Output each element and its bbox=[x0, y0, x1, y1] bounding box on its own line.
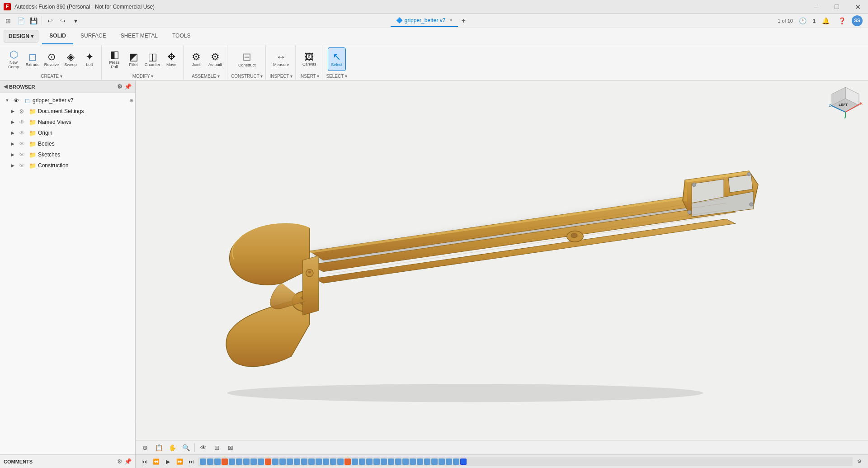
browser-item-sketches[interactable]: ▶ 👁 📁 Sketches bbox=[0, 149, 135, 160]
timeline-item[interactable] bbox=[388, 459, 394, 465]
undo-button[interactable]: ↩ bbox=[44, 14, 57, 27]
browser-item-construction[interactable]: ▶ 👁 📁 Construction bbox=[0, 160, 135, 171]
select-button[interactable]: ↖ Select bbox=[328, 47, 346, 71]
comments-settings-icon[interactable]: ⚙ bbox=[117, 458, 123, 465]
tab-tools[interactable]: TOOLS bbox=[165, 28, 198, 44]
timeline-item[interactable] bbox=[453, 459, 459, 465]
as-built-joint-button[interactable]: ⚙ As-built bbox=[206, 47, 224, 71]
tab-sheet-metal[interactable]: SHEET METAL bbox=[113, 28, 165, 44]
timeline-item[interactable] bbox=[410, 459, 416, 465]
redo-button[interactable]: ↪ bbox=[57, 14, 69, 27]
root-item-action-icon[interactable]: ⊕ bbox=[129, 98, 133, 104]
timeline-item[interactable] bbox=[402, 459, 409, 465]
origin-expand-btn[interactable]: ▶ bbox=[9, 129, 16, 137]
grid-settings-button[interactable]: ⊞ bbox=[211, 442, 223, 454]
timeline-item[interactable] bbox=[200, 459, 206, 465]
timeline-to-start-button[interactable]: ⏮ bbox=[139, 457, 149, 467]
help-button[interactable]: ❓ bbox=[835, 14, 848, 27]
inspect-group-label[interactable]: INSPECT ▾ bbox=[269, 74, 292, 80]
offset-plane-button[interactable]: ⊟ Construct bbox=[238, 47, 256, 71]
timeline-item[interactable] bbox=[236, 459, 242, 465]
timeline-item[interactable] bbox=[207, 459, 213, 465]
timeline-prev-button[interactable]: ⏪ bbox=[151, 457, 161, 467]
browser-item-origin[interactable]: ▶ 👁 📁 Origin bbox=[0, 128, 135, 138]
timeline-item[interactable] bbox=[265, 459, 271, 465]
press-pull-button[interactable]: ◧ Press Pull bbox=[105, 47, 123, 71]
timeline-item[interactable] bbox=[316, 459, 322, 465]
construction-expand-btn[interactable]: ▶ bbox=[9, 162, 16, 169]
origin-visibility-icon[interactable]: 👁 bbox=[18, 129, 26, 137]
close-button[interactable]: ✕ bbox=[847, 0, 868, 14]
maximize-button[interactable]: □ bbox=[826, 0, 847, 14]
look-at-button[interactable]: 📋 bbox=[153, 442, 165, 454]
timeline-item[interactable] bbox=[431, 459, 438, 465]
timeline-item[interactable] bbox=[222, 459, 228, 465]
chamfer-button[interactable]: ◫ Chamfer bbox=[143, 47, 161, 71]
browser-root-item[interactable]: ▼ 👁 ◻ gripper_better v7 ⊕ bbox=[0, 95, 135, 106]
bodies-expand-btn[interactable]: ▶ bbox=[9, 140, 16, 147]
timeline-item[interactable] bbox=[214, 459, 221, 465]
sweep-button[interactable]: ◈ Sweep bbox=[61, 47, 80, 71]
comments-pin-icon[interactable]: 📌 bbox=[124, 458, 132, 465]
sketches-visibility-icon[interactable]: 👁 bbox=[18, 151, 26, 159]
timeline-play-button[interactable]: ▶ bbox=[163, 457, 173, 467]
grid-menu-button[interactable]: ⊞ bbox=[2, 14, 14, 27]
named-views-expand-btn[interactable]: ▶ bbox=[9, 118, 16, 126]
assemble-group-label[interactable]: ASSEMBLE ▾ bbox=[192, 74, 220, 80]
timeline-item[interactable] bbox=[366, 459, 373, 465]
active-document-tab[interactable]: 🔷 gripper_better v7 ✕ bbox=[391, 14, 458, 27]
loft-button[interactable]: ✦ Loft bbox=[80, 47, 99, 71]
timeline-item[interactable] bbox=[301, 459, 307, 465]
design-mode-button[interactable]: DESIGN ▾ bbox=[4, 30, 38, 43]
timeline-item[interactable] bbox=[395, 459, 401, 465]
clock-icon[interactable]: 🕐 bbox=[797, 14, 809, 27]
pan-button[interactable]: ✋ bbox=[166, 442, 178, 454]
timeline-item[interactable] bbox=[417, 459, 423, 465]
timeline-item[interactable] bbox=[243, 459, 250, 465]
file-button[interactable]: 📄 bbox=[14, 14, 27, 27]
joint-button[interactable]: ⚙ Joint bbox=[187, 47, 205, 71]
fillet-button[interactable]: ◩ Fillet bbox=[124, 47, 142, 71]
timeline-item[interactable] bbox=[373, 459, 380, 465]
user-avatar-button[interactable]: SS bbox=[852, 15, 863, 26]
root-item-visibility-icon[interactable]: 👁 bbox=[12, 96, 20, 104]
timeline-settings-button[interactable]: ⚙ bbox=[854, 457, 864, 467]
browser-item-bodies[interactable]: ▶ 👁 📁 Bodies bbox=[0, 138, 135, 149]
timeline-item[interactable] bbox=[439, 459, 445, 465]
timeline-item[interactable] bbox=[287, 459, 293, 465]
doc-settings-expand-btn[interactable]: ▶ bbox=[9, 108, 16, 115]
construction-visibility-icon[interactable]: 👁 bbox=[18, 161, 26, 170]
save-button[interactable]: 💾 bbox=[27, 14, 40, 27]
timeline-item[interactable] bbox=[381, 459, 387, 465]
select-group-label[interactable]: SELECT ▾ bbox=[326, 74, 347, 80]
construct-group-label[interactable]: CONSTRUCT ▾ bbox=[231, 74, 263, 80]
bodies-visibility-icon[interactable]: 👁 bbox=[18, 140, 26, 148]
timeline-item[interactable] bbox=[359, 459, 365, 465]
display-settings-button[interactable]: 👁 bbox=[198, 442, 209, 454]
timeline-item[interactable] bbox=[258, 459, 264, 465]
viewport[interactable]: X Y Z LEFT bbox=[136, 80, 868, 440]
new-component-button[interactable]: ⬡ New Comp bbox=[5, 47, 23, 71]
timeline-item[interactable] bbox=[279, 459, 286, 465]
browser-settings-icon[interactable]: ⚙ bbox=[117, 83, 123, 90]
timeline-item[interactable] bbox=[337, 459, 344, 465]
tab-solid[interactable]: SOLID bbox=[42, 28, 73, 44]
timeline-item[interactable] bbox=[294, 459, 300, 465]
timeline-to-end-button[interactable]: ⏭ bbox=[186, 457, 196, 467]
named-views-visibility-icon[interactable]: 👁 bbox=[18, 118, 26, 126]
tab-surface[interactable]: SURFACE bbox=[73, 28, 113, 44]
revolve-button[interactable]: ⊙ Revolve bbox=[42, 47, 61, 71]
new-tab-button[interactable]: + bbox=[458, 15, 469, 26]
orbit-button[interactable]: ⊕ bbox=[139, 442, 151, 454]
view-settings-button[interactable]: ⊠ bbox=[225, 442, 236, 454]
zoom-button[interactable]: 🔍 bbox=[180, 442, 192, 454]
browser-pin-icon[interactable]: 📌 bbox=[124, 83, 132, 90]
extrude-button[interactable]: ◻ Extrude bbox=[24, 47, 42, 71]
timeline-item[interactable] bbox=[229, 459, 235, 465]
timeline-item[interactable] bbox=[352, 459, 358, 465]
timeline-item[interactable] bbox=[272, 459, 278, 465]
move-button[interactable]: ✥ Move bbox=[162, 47, 180, 71]
notifications-bell-button[interactable]: 🔔 bbox=[819, 14, 832, 27]
timeline-item[interactable] bbox=[344, 459, 351, 465]
root-expand-btn[interactable]: ▼ bbox=[4, 97, 11, 104]
